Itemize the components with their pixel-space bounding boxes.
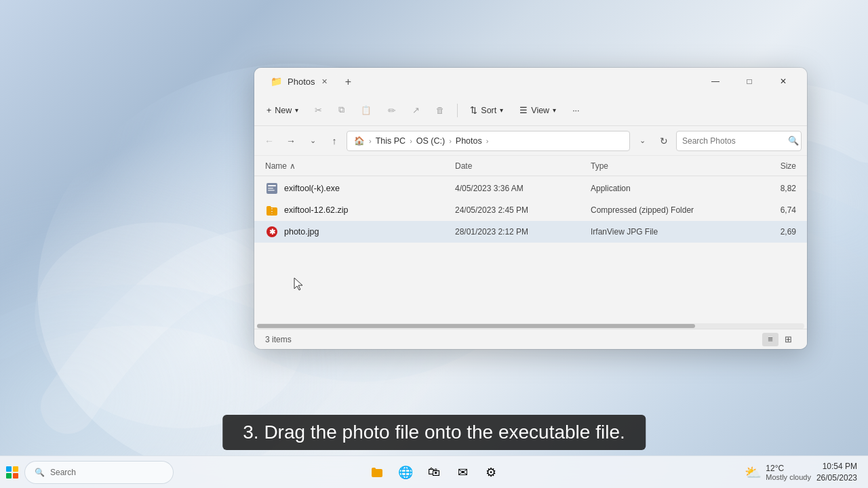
- new-icon: +: [267, 106, 271, 115]
- delete-icon: 🗑: [436, 106, 445, 115]
- share-button[interactable]: ↗: [406, 100, 427, 121]
- new-dropdown-icon: ▾: [295, 106, 298, 114]
- rename-button[interactable]: ✏: [381, 100, 403, 121]
- address-path[interactable]: 🏠 › This PC › OS (C:) › Photos ›: [347, 131, 630, 151]
- taskbar-settings[interactable]: ⚙: [479, 460, 503, 485]
- weather-widget[interactable]: ⛅ 12°C Mostly cloudy: [745, 464, 811, 481]
- taskbar-edge[interactable]: 🌐: [393, 460, 418, 485]
- file-date-exe: 4/05/2023 3:36 AM: [455, 184, 591, 193]
- item-count: 3 items: [265, 335, 292, 344]
- taskbar-file-explorer[interactable]: [365, 460, 389, 485]
- paste-icon: 📋: [361, 105, 372, 115]
- column-type-header[interactable]: Type: [591, 161, 740, 171]
- breadcrumb-os-c[interactable]: OS (C:): [416, 136, 445, 146]
- explorer-window: 📁 Photos ✕ + — □ ✕ + New ▾ ✂ ⧉ 📋 ✏: [254, 68, 807, 349]
- breadcrumb-this-pc[interactable]: This PC: [376, 136, 406, 146]
- more-button[interactable]: ···: [566, 100, 586, 121]
- search-box[interactable]: 🔍: [676, 131, 802, 151]
- file-icon-jpg: ✱: [265, 225, 279, 239]
- taskbar-pinned-apps: 🌐 🛍 ✉ ⚙: [365, 460, 503, 485]
- file-row-exe[interactable]: exiftool(-k).exe 4/05/2023 3:36 AM Appli…: [254, 178, 807, 199]
- breadcrumb-photos[interactable]: Photos: [456, 136, 482, 146]
- weather-temp: 12°C: [766, 464, 811, 473]
- column-size-header[interactable]: Size: [740, 161, 796, 171]
- file-size-zip: 6,74: [740, 205, 796, 215]
- horizontal-scrollbar[interactable]: [257, 323, 804, 329]
- sort-icon: ⇅: [470, 105, 477, 115]
- title-bar: 📁 Photos ✕ + — □ ✕: [254, 68, 807, 95]
- tab-close-button[interactable]: ✕: [320, 76, 329, 87]
- taskbar-search[interactable]: 🔍 Search: [24, 461, 174, 484]
- file-icon-zip: [265, 203, 279, 217]
- more-icon: ···: [572, 106, 579, 115]
- file-type-zip: Compressed (zipped) Folder: [591, 205, 740, 215]
- taskbar-search-icon: 🔍: [35, 468, 45, 477]
- back-button[interactable]: ←: [260, 131, 279, 150]
- file-row-zip[interactable]: exiftool-12.62.zip 24/05/2023 2:45 PM Co…: [254, 199, 807, 221]
- clock-time: 10:54 PM: [816, 461, 857, 472]
- sort-label: Sort: [481, 106, 496, 115]
- copy-button[interactable]: ⧉: [332, 100, 351, 121]
- column-name-header[interactable]: Name ∧: [265, 161, 455, 171]
- file-type-jpg: IrfanView JPG File: [591, 227, 740, 237]
- add-tab-button[interactable]: +: [338, 73, 357, 92]
- sort-button[interactable]: ⇅ Sort ▾: [463, 100, 510, 121]
- scroll-thumb[interactable]: [257, 324, 695, 328]
- copy-icon: ⧉: [338, 105, 344, 115]
- tab-photos[interactable]: 📁 Photos ✕: [262, 72, 337, 92]
- file-list: exiftool(-k).exe 4/05/2023 3:36 AM Appli…: [254, 176, 807, 323]
- view-toggle: ≡ ⊞: [762, 333, 796, 346]
- window-controls: — □ ✕: [700, 71, 799, 92]
- clock-date: 26/05/2023: [816, 472, 857, 484]
- subtitle-overlay: 3. Drag the photo file onto the executab…: [222, 415, 646, 450]
- column-date-header[interactable]: Date: [455, 161, 591, 171]
- paste-button[interactable]: 📋: [354, 100, 378, 121]
- share-icon: ↗: [412, 105, 420, 115]
- toolbar-separator: [457, 104, 458, 117]
- file-date-jpg: 28/01/2023 2:12 PM: [455, 227, 591, 237]
- forward-button[interactable]: →: [281, 131, 300, 150]
- status-bar: 3 items ≡ ⊞: [254, 329, 807, 349]
- windows-logo: [6, 466, 18, 479]
- taskbar-search-label: Search: [50, 468, 76, 477]
- sort-indicator: ∧: [290, 161, 296, 171]
- file-type-exe: Application: [591, 184, 740, 193]
- grid-view-button[interactable]: ⊞: [780, 333, 796, 346]
- taskbar-mail[interactable]: ✉: [450, 460, 475, 485]
- delete-button[interactable]: 🗑: [429, 100, 452, 121]
- view-button[interactable]: ☰ View ▾: [513, 100, 563, 121]
- close-button[interactable]: ✕: [768, 71, 799, 92]
- start-button[interactable]: [0, 460, 24, 485]
- minimize-button[interactable]: —: [700, 71, 731, 92]
- taskbar: 🔍 Search 🌐 🛍 ✉ ⚙ ⛅ 12°C Mostly cloudy 10…: [0, 455, 868, 488]
- cut-icon: ✂: [315, 105, 322, 115]
- up-button[interactable]: ↑: [325, 131, 344, 150]
- clock[interactable]: 10:54 PM 26/05/2023: [816, 461, 857, 484]
- tab-bar: 📁 Photos ✕ +: [262, 72, 700, 92]
- tab-label: Photos: [288, 77, 315, 87]
- home-icon: 🏠: [354, 136, 365, 146]
- list-view-button[interactable]: ≡: [762, 333, 778, 346]
- new-label: New: [275, 106, 292, 115]
- file-icon-exe: [265, 182, 279, 195]
- subtitle-text: 3. Drag the photo file onto the executab…: [243, 422, 625, 443]
- cut-button[interactable]: ✂: [308, 100, 329, 121]
- address-bar: ← → ⌄ ↑ 🏠 › This PC › OS (C:) › Photos ›…: [254, 126, 807, 156]
- view-label: View: [531, 106, 549, 115]
- maximize-button[interactable]: □: [734, 71, 765, 92]
- sort-dropdown-icon: ▾: [500, 106, 503, 114]
- new-button[interactable]: + New ▾: [260, 100, 305, 121]
- search-icon: 🔍: [788, 136, 799, 146]
- view-icon: ☰: [519, 105, 528, 115]
- expand-address-button[interactable]: ⌄: [633, 131, 652, 150]
- weather-icon: ⛅: [745, 464, 762, 481]
- rename-icon: ✏: [388, 105, 396, 116]
- recent-locations-button[interactable]: ⌄: [303, 131, 322, 150]
- file-row-jpg[interactable]: ✱ photo.jpg 28/01/2023 2:12 PM IrfanView…: [254, 221, 807, 243]
- file-name-zip: exiftool-12.62.zip: [284, 205, 455, 215]
- svg-rect-5: [268, 188, 273, 189]
- refresh-button[interactable]: ↻: [654, 131, 673, 150]
- search-input[interactable]: [682, 136, 784, 146]
- taskbar-store[interactable]: 🛍: [422, 460, 446, 485]
- column-headers: Name ∧ Date Type Size: [254, 156, 807, 176]
